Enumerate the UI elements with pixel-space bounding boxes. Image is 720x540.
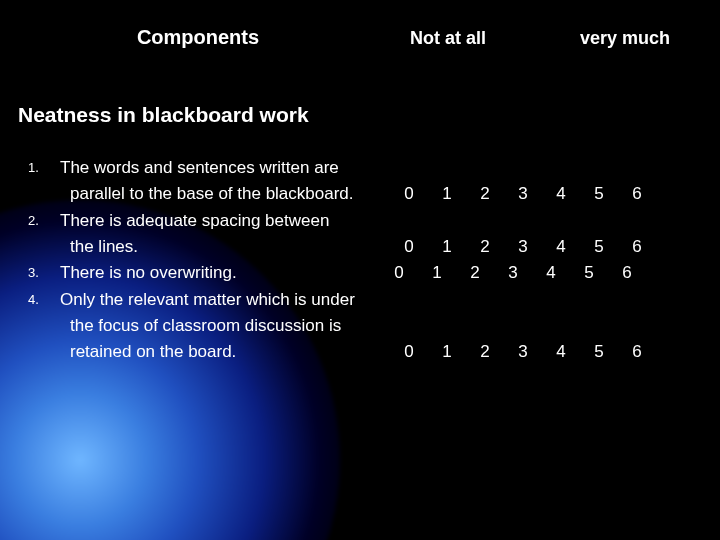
item-last-line: retained on the board. 0 1 2 3 4 5 6 [60,339,692,365]
label-not-at-all: Not at all [368,28,580,49]
item-last-line: There is no overwriting. 0 1 2 3 4 5 6 [60,260,692,286]
item-number: 3. [28,260,60,286]
scale-value: 6 [618,339,656,365]
label-very-much: very much [580,28,692,49]
item-last-line: parallel to the base of the blackboard. … [60,181,692,207]
scale-value: 6 [618,234,656,260]
scale-value: 5 [580,234,618,260]
item-text-line: There is no overwriting. [60,260,380,286]
section-title: Neatness in blackboard work [18,103,692,127]
scale-value: 0 [390,181,428,207]
item-text-line: The words and sentences written are [60,155,692,181]
list-item: 3. There is no overwriting. 0 1 2 3 4 5 … [28,260,692,286]
scale-value: 4 [532,260,570,286]
scale-value: 2 [466,234,504,260]
list-item: 4. Only the relevant matter which is und… [28,287,692,366]
item-body: There is no overwriting. 0 1 2 3 4 5 6 [60,260,692,286]
scale-value: 1 [418,260,456,286]
scale-value: 0 [390,339,428,365]
scale-value: 1 [428,234,466,260]
item-body: There is adequate spacing between the li… [60,208,692,261]
scale-value: 5 [580,339,618,365]
scale-value: 2 [456,260,494,286]
scale-value: 6 [608,260,646,286]
item-number: 1. [28,155,60,208]
slide: Components Not at all very much Neatness… [0,0,720,540]
item-body: The words and sentences written are para… [60,155,692,208]
scale-value: 4 [542,181,580,207]
rating-scale: 0 1 2 3 4 5 6 [380,260,646,286]
header-components: Components [28,26,368,49]
item-last-line: the lines. 0 1 2 3 4 5 6 [60,234,692,260]
item-text-line: Only the relevant matter which is under [60,287,692,313]
item-text-line: parallel to the base of the blackboard. [60,181,390,207]
item-list: 1. The words and sentences written are p… [28,155,692,366]
scale-value: 3 [504,181,542,207]
scale-value: 4 [542,339,580,365]
scale-value: 5 [580,181,618,207]
scale-value: 1 [428,181,466,207]
item-text-line: the lines. [60,234,390,260]
item-text-line: the focus of classroom discussion is [60,313,692,339]
item-text-line: There is adequate spacing between [60,208,692,234]
item-text-line: retained on the board. [60,339,390,365]
item-number: 2. [28,208,60,261]
scale-value: 2 [466,181,504,207]
scale-value: 4 [542,234,580,260]
scale-value: 3 [494,260,532,286]
list-item: 2. There is adequate spacing between the… [28,208,692,261]
scale-value: 5 [570,260,608,286]
scale-value: 0 [380,260,418,286]
header-scale: Not at all very much [368,28,692,49]
rating-scale: 0 1 2 3 4 5 6 [390,234,656,260]
scale-value: 6 [618,181,656,207]
rating-scale: 0 1 2 3 4 5 6 [390,339,656,365]
scale-value: 0 [390,234,428,260]
item-number: 4. [28,287,60,366]
scale-value: 3 [504,339,542,365]
list-item: 1. The words and sentences written are p… [28,155,692,208]
scale-value: 1 [428,339,466,365]
item-body: Only the relevant matter which is under … [60,287,692,366]
rating-scale: 0 1 2 3 4 5 6 [390,181,656,207]
header-row: Components Not at all very much [28,26,692,49]
scale-value: 3 [504,234,542,260]
scale-value: 2 [466,339,504,365]
